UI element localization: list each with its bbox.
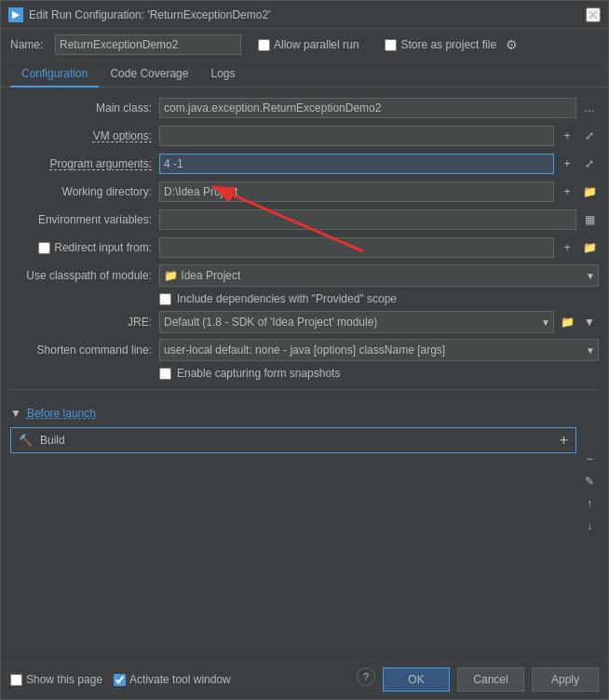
classpath-select[interactable]: 📁 Idea Project <box>159 264 599 287</box>
vm-options-input[interactable] <box>159 126 554 146</box>
tabs-row: Configuration Code Coverage Logs <box>1 61 608 88</box>
build-add-button[interactable]: + <box>560 432 568 449</box>
title-bar: ▶ Edit Run Configuration: 'ReturnExcepti… <box>1 1 608 29</box>
launch-area: 🔨 Build + − ✎ ↑ ↓ <box>10 424 599 535</box>
close-button[interactable]: ✕ <box>586 7 601 22</box>
jre-label: JRE: <box>10 316 159 329</box>
classpath-label: Use classpath of module: <box>10 269 159 282</box>
activate-window-checkbox[interactable] <box>114 674 126 686</box>
jre-dropdown-button[interactable]: ▼ <box>580 313 599 331</box>
working-dir-input[interactable] <box>159 182 554 202</box>
env-vars-row: Environment variables: ▦ <box>10 209 599 231</box>
classpath-row: Use classpath of module: 📁 Idea Project … <box>10 264 599 287</box>
redirect-add-button[interactable]: + <box>558 238 576 257</box>
tab-configuration[interactable]: Configuration <box>10 61 99 88</box>
launch-down-button[interactable]: ↓ <box>580 517 599 535</box>
jre-field: Default (1.8 - SDK of 'Idea Project' mod… <box>159 311 599 333</box>
launch-edit-button[interactable]: ✎ <box>580 472 599 491</box>
shorten-field: user-local default: none - java [options… <box>159 339 599 361</box>
classpath-field: 📁 Idea Project ▼ <box>159 264 599 287</box>
working-dir-row: Working directory: + 📁 <box>10 181 599 203</box>
vm-options-label: VM options: <box>10 129 159 142</box>
activate-window-label: Activate tool window <box>129 673 231 686</box>
main-class-label: Main class: <box>10 101 159 114</box>
launch-remove-button[interactable]: − <box>580 450 599 468</box>
shorten-select[interactable]: user-local default: none - java [options… <box>159 339 599 361</box>
separator <box>10 389 599 390</box>
program-args-input[interactable] <box>159 154 554 174</box>
settings-gear-button[interactable]: ⚙ <box>504 37 520 52</box>
redirect-label: Redirect input from: <box>50 241 152 254</box>
redirect-field: + 📁 <box>159 237 599 258</box>
enable-snapshots-label: Enable capturing form snapshots <box>177 367 340 380</box>
store-as-project-checkbox[interactable] <box>385 39 397 51</box>
working-dir-browse-button[interactable]: 📁 <box>580 182 599 201</box>
include-deps-row: Include dependencies with "Provided" sco… <box>10 292 599 305</box>
main-class-field: … <box>159 98 599 118</box>
main-content: Main class: … VM options: + ⤢ Program ar… <box>1 88 608 661</box>
env-vars-label: Environment variables: <box>10 213 159 226</box>
shorten-label: Shorten command line: <box>10 343 159 357</box>
footer-row: Show this page Activate tool window ? OK… <box>1 661 608 699</box>
env-vars-browse-button[interactable]: ▦ <box>580 210 599 229</box>
show-page-checkbox[interactable] <box>10 674 22 686</box>
vm-options-row: VM options: + ⤢ <box>10 125 599 147</box>
apply-button[interactable]: Apply <box>532 667 599 692</box>
main-class-input[interactable] <box>159 98 576 118</box>
working-dir-add-button[interactable]: + <box>558 182 576 201</box>
shorten-row: Shorten command line: user-local default… <box>10 339 599 361</box>
vm-options-field: + ⤢ <box>159 126 599 146</box>
cancel-button[interactable]: Cancel <box>457 667 524 692</box>
program-args-add-button[interactable]: + <box>558 155 576 173</box>
include-deps-label: Include dependencies with "Provided" sco… <box>177 292 397 305</box>
name-label: Name: <box>10 38 47 51</box>
tab-logs[interactable]: Logs <box>199 61 246 88</box>
vm-options-expand-button[interactable]: ⤢ <box>580 127 599 145</box>
program-args-field: + ⤢ <box>159 154 599 174</box>
include-deps-checkbox[interactable] <box>159 293 171 305</box>
env-vars-input[interactable] <box>159 209 576 230</box>
jre-browse-button[interactable]: 📁 <box>558 313 576 331</box>
dialog: ▶ Edit Run Configuration: 'ReturnExcepti… <box>0 0 609 700</box>
name-input[interactable] <box>55 34 241 55</box>
before-launch-chevron: ▼ <box>10 407 21 420</box>
jre-row: JRE: Default (1.8 - SDK of 'Idea Project… <box>10 311 599 333</box>
vm-options-add-button[interactable]: + <box>558 127 576 145</box>
footer-left: Show this page Activate tool window <box>10 673 357 686</box>
before-launch-header[interactable]: ▼ Before launch <box>10 403 599 424</box>
allow-parallel-checkbox[interactable] <box>258 39 270 51</box>
env-vars-field: ▦ <box>159 209 599 230</box>
launch-tools: − ✎ ↑ ↓ <box>580 424 599 535</box>
launch-list: 🔨 Build + <box>10 424 576 535</box>
allow-parallel-group: Allow parallel run <box>258 38 359 51</box>
main-class-row: Main class: … <box>10 97 599 119</box>
store-as-project-label: Store as project file <box>400 38 496 51</box>
before-launch-section: ▼ Before launch 🔨 Build + − ✎ ↑ ↓ <box>10 403 599 535</box>
program-args-expand-button[interactable]: ⤢ <box>580 155 599 173</box>
enable-snapshots-checkbox[interactable] <box>159 368 171 380</box>
store-as-project-group: Store as project file <box>385 38 496 51</box>
show-page-label: Show this page <box>26 673 102 686</box>
allow-parallel-label: Allow parallel run <box>274 38 359 51</box>
footer-right: ? OK Cancel Apply <box>357 667 599 692</box>
redirect-input[interactable] <box>159 237 554 258</box>
show-page-group: Show this page <box>10 673 102 686</box>
dialog-title: Edit Run Configuration: 'ReturnException… <box>29 8 586 21</box>
app-icon: ▶ <box>8 7 23 22</box>
launch-up-button[interactable]: ↑ <box>580 494 599 513</box>
main-class-browse-button[interactable]: … <box>580 99 599 117</box>
redirect-checkbox[interactable] <box>38 242 50 254</box>
jre-select[interactable]: Default (1.8 - SDK of 'Idea Project' mod… <box>159 311 554 333</box>
ok-button[interactable]: OK <box>383 667 450 692</box>
program-args-row: Program arguments: + ⤢ <box>10 153 599 175</box>
tab-code-coverage[interactable]: Code Coverage <box>99 61 199 88</box>
help-button[interactable]: ? <box>357 667 375 686</box>
redirect-row: Redirect input from: + 📁 <box>10 236 599 259</box>
working-dir-label: Working directory: <box>10 185 159 198</box>
before-launch-label: Before launch <box>27 407 96 420</box>
program-args-label: Program arguments: <box>10 157 159 170</box>
build-icon: 🔨 <box>19 434 33 447</box>
name-row: Name: Allow parallel run Store as projec… <box>1 29 608 61</box>
redirect-browse-button[interactable]: 📁 <box>580 238 599 257</box>
build-label: Build <box>40 434 560 447</box>
